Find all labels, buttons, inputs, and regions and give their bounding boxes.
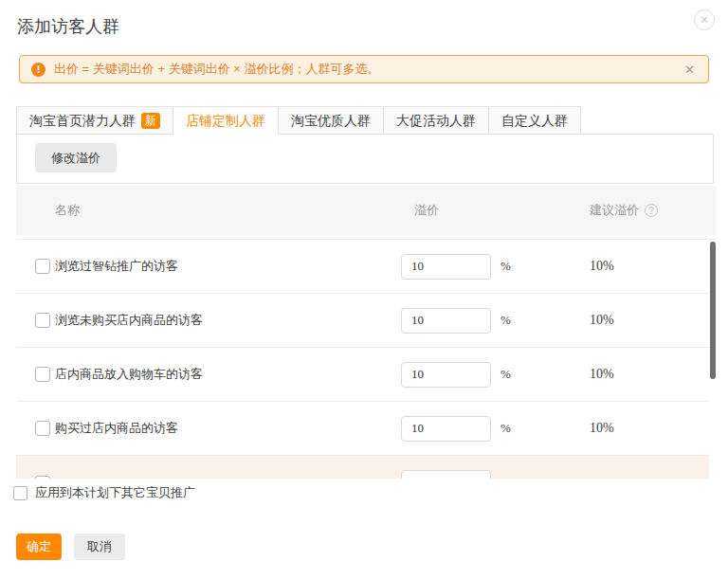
table-row: 浏览未购买店内商品的访客 % 10% <box>16 294 709 348</box>
new-badge: 新 <box>141 113 160 129</box>
add-visitor-audience-dialog: 添加访客人群 ✕ ! 出价 = 关键词出价 + 关键词出价 × 溢价比例；人群可… <box>0 0 728 579</box>
premium-input[interactable] <box>401 470 491 479</box>
tab-taobao-quality[interactable]: 淘宝优质人群 <box>278 106 384 135</box>
percent-unit: % <box>500 367 511 382</box>
row-checkbox[interactable] <box>35 476 50 479</box>
tab-custom-audience[interactable]: 自定义人群 <box>488 106 581 135</box>
column-header-name: 名称 <box>16 202 401 219</box>
column-header-suggested: 建议溢价 ? <box>590 202 658 219</box>
cancel-button[interactable]: 取消 <box>74 534 125 560</box>
help-icon[interactable]: ? <box>645 204 658 217</box>
apply-to-plan-option: 应用到本计划下其它宝贝推广 <box>13 484 195 501</box>
tab-label: 自定义人群 <box>501 113 568 128</box>
premium-input[interactable] <box>401 362 491 388</box>
confirm-button[interactable]: 确定 <box>16 534 62 560</box>
premium-cell: % <box>401 416 590 442</box>
bid-formula-alert: ! 出价 = 关键词出价 + 关键词出价 × 溢价比例；人群可多选。 ✕ <box>19 55 709 83</box>
percent-unit: % <box>500 313 511 328</box>
tab-content-panel: 修改溢价 <box>16 134 714 184</box>
suggested-premium-value: 10% <box>590 367 709 382</box>
table-row: 浏览过智钻推广的访客 % 10% <box>16 240 709 294</box>
row-checkbox-cell <box>16 259 55 274</box>
table-row: 店内商品放入购物车的访客 % 10% <box>16 348 709 402</box>
tab-label: 淘宝优质人群 <box>291 113 371 128</box>
row-checkbox-cell <box>16 476 55 479</box>
row-checkbox-cell <box>16 421 55 436</box>
audience-table-body: 浏览过智钻推广的访客 % 10% 浏览未购买店内商品的访客 % 10% <box>16 239 716 479</box>
tab-label: 大促活动人群 <box>396 113 476 128</box>
audience-tabs: 淘宝首页潜力人群新 店铺定制人群 淘宝优质人群 大促活动人群 自定义人群 <box>16 106 714 135</box>
table-header: 名称 溢价 建议溢价 ? <box>16 186 716 235</box>
premium-cell: % <box>401 362 590 388</box>
premium-cell: % <box>401 254 590 280</box>
premium-cell <box>401 470 590 479</box>
apply-to-plan-label: 应用到本计划下其它宝贝推广 <box>35 484 195 501</box>
row-checkbox-cell <box>16 367 55 382</box>
suggested-premium-value: 10% <box>590 259 709 274</box>
table-row <box>16 456 709 479</box>
column-header-premium: 溢价 <box>401 202 590 219</box>
row-checkbox[interactable] <box>35 259 50 274</box>
audience-name: 购买过店内商品的访客 <box>55 420 401 437</box>
tab-label: 店铺定制人群 <box>186 113 265 128</box>
warning-icon: ! <box>31 63 46 77</box>
percent-unit: % <box>500 421 511 436</box>
premium-input[interactable] <box>401 416 491 442</box>
table-row: 购买过店内商品的访客 % 10% <box>16 402 709 456</box>
row-checkbox[interactable] <box>35 421 50 436</box>
premium-input[interactable] <box>401 308 491 334</box>
premium-input[interactable] <box>401 254 491 280</box>
suggested-premium-value: 10% <box>590 421 709 436</box>
audience-name: 浏览未购买店内商品的访客 <box>55 312 401 329</box>
tab-shop-custom[interactable]: 店铺定制人群 <box>173 106 279 135</box>
alert-text: 出价 = 关键词出价 + 关键词出价 × 溢价比例；人群可多选。 <box>54 61 682 78</box>
close-icon[interactable]: ✕ <box>694 9 715 30</box>
audience-name: 浏览过智钻推广的访客 <box>55 258 401 275</box>
vertical-scrollbar-thumb[interactable] <box>710 242 716 379</box>
alert-close-icon[interactable]: ✕ <box>682 63 697 77</box>
page-title: 添加访客人群 <box>17 15 119 38</box>
apply-to-plan-checkbox[interactable] <box>13 486 27 500</box>
row-checkbox[interactable] <box>35 313 50 328</box>
premium-cell: % <box>401 308 590 334</box>
audience-name: 店内商品放入购物车的访客 <box>55 366 401 383</box>
suggested-premium-value: 10% <box>590 313 709 328</box>
row-checkbox-cell <box>16 313 55 328</box>
modify-premium-button[interactable]: 修改溢价 <box>35 143 117 172</box>
tab-promo-event[interactable]: 大促活动人群 <box>383 106 489 135</box>
percent-unit: % <box>500 259 511 274</box>
row-checkbox[interactable] <box>35 367 50 382</box>
tab-taobao-homepage-potential[interactable]: 淘宝首页潜力人群新 <box>16 106 173 135</box>
column-header-suggested-label: 建议溢价 <box>590 202 639 219</box>
tab-label: 淘宝首页潜力人群 <box>29 113 136 128</box>
